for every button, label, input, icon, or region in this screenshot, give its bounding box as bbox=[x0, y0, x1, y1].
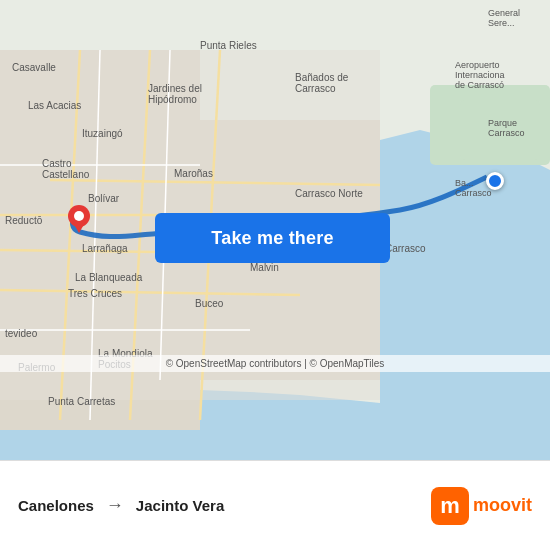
moovit-logo: m moovit bbox=[431, 487, 532, 525]
take-me-there-button[interactable]: Take me there bbox=[155, 213, 390, 263]
moovit-text: moovit bbox=[473, 495, 532, 516]
svg-marker-2 bbox=[380, 130, 550, 460]
bottom-bar: Canelones → Jacinto Vera m moovit bbox=[0, 460, 550, 550]
moovit-icon-badge: m bbox=[431, 487, 469, 525]
svg-rect-4 bbox=[460, 100, 540, 160]
svg-marker-21 bbox=[72, 221, 86, 233]
map-container: rr GeneralSere... Casavalle Las Acacias … bbox=[0, 0, 550, 460]
origin-label: Canelones bbox=[18, 497, 94, 514]
svg-point-22 bbox=[74, 211, 84, 221]
destination-label: Jacinto Vera bbox=[136, 497, 224, 514]
map-attribution: © OpenStreetMap contributors | © OpenMap… bbox=[0, 355, 550, 372]
origin-pin bbox=[68, 205, 90, 239]
arrow-icon: → bbox=[106, 495, 124, 516]
destination-pin bbox=[486, 172, 504, 190]
